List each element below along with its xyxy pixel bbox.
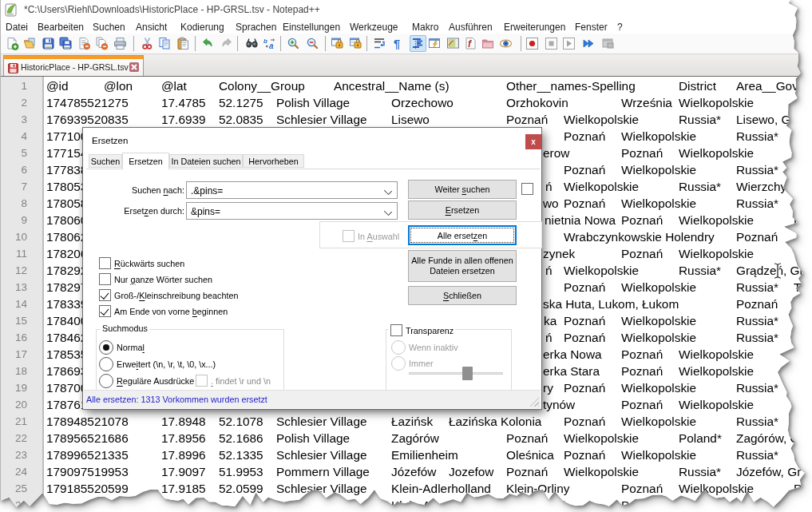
macro-play-icon[interactable]	[562, 37, 576, 50]
redo-icon[interactable]	[220, 37, 234, 50]
dialog-tab-in-dateien-suchen[interactable]: In Dateien suchen	[169, 154, 243, 168]
line-number: 19	[0, 379, 27, 396]
editor-line-3[interactable]: 317693952083517.693952.0835Schlesier Vil…	[0, 111, 812, 128]
show-indent-guide-icon[interactable]	[410, 35, 426, 52]
line-number: 3	[0, 111, 27, 128]
backward-direction-checkbox[interactable]: Rückwärts suchen	[99, 257, 184, 269]
save-all-icon[interactable]	[59, 37, 73, 50]
replace-with-combobox[interactable]: &pins=	[186, 202, 398, 220]
sync-horizontal-icon[interactable]	[349, 37, 362, 50]
line-number: 22	[0, 430, 27, 447]
title-bar[interactable]: *C:\Users\Riehl\Downloads\HistoricPlace …	[0, 0, 812, 20]
file-tab-historicplace[interactable]: HistoricPlace - HP-GRSL.tsv	[3, 55, 144, 77]
macro-save-icon[interactable]	[601, 37, 615, 50]
menu-item-fenster[interactable]: Fenster	[575, 22, 608, 33]
toolbar-separator	[366, 36, 367, 51]
close-button[interactable]: Schließen	[408, 286, 517, 305]
search-mode-normal-radio[interactable]: Normal	[99, 340, 145, 355]
find-next-button[interactable]: Weiter suchen	[408, 180, 517, 199]
dialog-tab-suchen[interactable]: Suchen	[89, 154, 122, 168]
zoom-in-icon[interactable]	[287, 37, 300, 50]
folder-as-workspace-icon[interactable]	[481, 37, 495, 50]
undo-icon[interactable]	[200, 37, 214, 50]
menu-item-suchen[interactable]: Suchen	[93, 22, 125, 33]
replace-button[interactable]: Ersetzen	[408, 200, 517, 220]
editor-line-25[interactable]: 2517918552059917.918552.0599Schlesier Vi…	[0, 480, 812, 497]
find-icon[interactable]	[245, 37, 259, 50]
cell-text: Wielkopolskie	[621, 329, 696, 346]
menu-item-bearbeiten[interactable]: Bearbeiten	[38, 22, 84, 33]
search-mode-extended-radio[interactable]: Erweitert (\n, \r, \t, \0, \x...)	[99, 357, 216, 371]
replace-all-open-docs-button[interactable]: Alle Funde in allen offenen Dateien erse…	[408, 250, 517, 282]
editor-line-22[interactable]: 2217895652168617.895652.1686Polish Villa…	[0, 430, 812, 447]
menu-item-datei[interactable]: Datei	[6, 22, 28, 33]
dialog-tab-hervorheben[interactable]: Hervorheben	[243, 154, 304, 168]
save-icon[interactable]	[42, 37, 55, 50]
paste-icon[interactable]	[176, 37, 190, 50]
editor-line-26[interactable]: 26Klein-Adn-OrlinekPozn	[0, 497, 812, 512]
macro-run-multiple-icon[interactable]	[582, 37, 596, 50]
cell-text: 178535	[46, 346, 87, 363]
function-list-icon[interactable]: f	[464, 37, 477, 50]
transparency-checkbox[interactable]: Transparenz	[389, 324, 455, 336]
cell-text: Schlesier Village	[276, 413, 367, 430]
replace-icon[interactable]: ba	[263, 37, 276, 50]
document-map-icon[interactable]	[446, 37, 460, 50]
dot-matches-newline-checkbox[interactable]: . findet \r und \n	[196, 375, 271, 387]
close-icon[interactable]	[77, 37, 91, 50]
menu-item-sprachen[interactable]: Sprachen	[236, 22, 276, 33]
show-all-characters-icon[interactable]: ¶	[391, 37, 405, 50]
zoom-out-icon[interactable]	[306, 37, 319, 50]
open-file-icon[interactable]	[23, 37, 37, 50]
user-defined-dialog-icon[interactable]	[428, 37, 442, 50]
editor-line-24[interactable]: 2417909751995317.909751.9953Pommern Vill…	[0, 463, 812, 480]
dialog-close-button[interactable]: x	[525, 134, 541, 149]
transparency-slider-thumb[interactable]	[462, 367, 473, 380]
copy-icon[interactable]	[158, 37, 172, 50]
macro-record-icon[interactable]	[525, 37, 539, 50]
cell-text: Poznań	[621, 396, 663, 413]
find-what-combobox[interactable]: .&pins=	[186, 181, 398, 199]
cell-text: Józefów	[391, 463, 436, 480]
cell-text: 178292	[46, 262, 87, 279]
cell-text: Wielkopolskie	[679, 94, 754, 111]
swap-search-checkbox[interactable]	[521, 183, 533, 195]
editor-line-21[interactable]: 2117894852107817.894852.1078Schlesier Vi…	[0, 413, 812, 430]
transparency-slider-track[interactable]	[409, 372, 503, 375]
editor-line-23[interactable]: 2317899652133517.899652.1335Schlesier Vi…	[0, 447, 812, 463]
monitoring-eye-icon[interactable]	[499, 37, 513, 50]
print-icon[interactable]	[113, 37, 127, 50]
menu-item-werkzeuge[interactable]: Werkzeuge	[350, 22, 398, 33]
dialog-tab-ersetzen[interactable]: Ersetzen	[122, 153, 169, 169]
menu-item-erweiterungen[interactable]: Erweiterungen	[504, 22, 565, 33]
line-number: 8	[0, 195, 27, 212]
menu-item-einstellungen[interactable]: Einstellungen	[283, 22, 340, 33]
tab-close-icon[interactable]	[129, 62, 139, 72]
sync-vertical-icon[interactable]	[331, 37, 344, 50]
transparency-always-radio[interactable]: Immer	[391, 356, 434, 371]
new-file-icon[interactable]	[6, 37, 19, 50]
search-mode-regex-radio[interactable]: Reguläre Ausdrücke	[99, 374, 194, 388]
match-case-checkbox[interactable]: Groß-/Kleinschreibung beachten	[99, 289, 238, 301]
menu-item-makro[interactable]: Makro	[412, 22, 438, 33]
chevron-down-icon[interactable]	[384, 208, 392, 216]
editor-line-2[interactable]: 217478552127517.478552.1275Polish Villag…	[0, 94, 812, 111]
chevron-down-icon[interactable]	[384, 187, 392, 195]
macro-stop-icon[interactable]	[545, 37, 558, 50]
word-wrap-icon[interactable]	[373, 37, 386, 50]
resize-grip[interactable]	[529, 397, 539, 407]
editor-line-1[interactable]: 1@id@lon@latColony__GroupAncestral__Name…	[0, 77, 812, 94]
menu-item-kodierung[interactable]: Kodierung	[180, 22, 224, 33]
menu-item-?[interactable]: ?	[617, 22, 623, 33]
toolbar-separator	[195, 36, 196, 51]
whole-word-checkbox[interactable]: Nur ganze Wörter suchen	[99, 273, 212, 285]
transparency-on-losing-focus-radio[interactable]: Wenn inaktiv	[391, 340, 458, 355]
menu-item-ausf-hren[interactable]: Ausführen	[449, 22, 493, 33]
replace-all-button[interactable]: Alle ersetzen	[408, 225, 517, 245]
cut-icon[interactable]	[141, 37, 154, 50]
menu-item-ansicht[interactable]: Ansicht	[136, 22, 167, 33]
close-all-icon[interactable]	[95, 37, 109, 50]
in-selection-checkbox[interactable]: In Auswahl	[343, 230, 399, 242]
wrap-around-checkbox[interactable]: Am Ende von vorne beginnen	[99, 305, 228, 317]
cell-text: Poznań	[564, 195, 605, 212]
